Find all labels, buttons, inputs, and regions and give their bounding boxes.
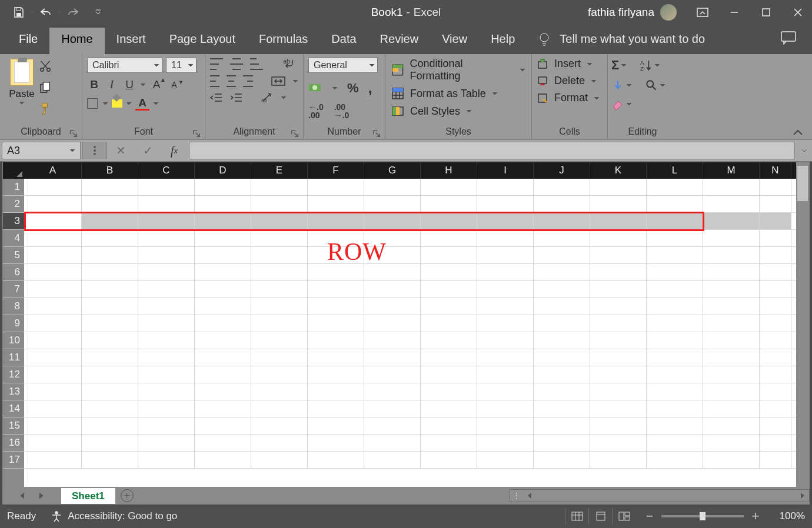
cell-J3[interactable]: [534, 213, 590, 229]
cell-L5[interactable]: [647, 247, 703, 263]
fill-color-dropdown[interactable]: [126, 101, 132, 106]
cell-A4[interactable]: [24, 230, 82, 246]
cell-J11[interactable]: [534, 349, 590, 366]
cell-B7[interactable]: [82, 281, 138, 298]
align-top-button[interactable]: [210, 58, 223, 70]
cell-B12[interactable]: [82, 366, 138, 383]
merge-center-button[interactable]: [271, 75, 285, 87]
cell-F3[interactable]: [308, 213, 364, 229]
cell-F6[interactable]: [308, 264, 364, 280]
cell-N17[interactable]: [760, 452, 791, 468]
tab-insert[interactable]: Insert: [105, 28, 158, 54]
cell-J12[interactable]: [534, 366, 590, 383]
user-avatar[interactable]: [660, 4, 677, 21]
cell-L7[interactable]: [647, 281, 703, 298]
cell-H6[interactable]: [421, 264, 477, 280]
cell-B13[interactable]: [82, 383, 138, 400]
cell-I6[interactable]: [477, 264, 534, 280]
accounting-format-button[interactable]: [308, 83, 322, 93]
column-header-C[interactable]: C: [138, 162, 195, 179]
row-header-16[interactable]: 16: [3, 435, 24, 452]
cell-N14[interactable]: [760, 400, 791, 417]
name-box-menu[interactable]: [82, 142, 107, 159]
qat-customize[interactable]: [95, 9, 101, 15]
cell-A11[interactable]: [24, 349, 82, 366]
orientation-button[interactable]: ab: [261, 92, 274, 103]
underline-button[interactable]: U: [122, 78, 137, 92]
cell-C17[interactable]: [138, 452, 195, 468]
cell-C4[interactable]: [138, 230, 195, 246]
font-size-combo[interactable]: 11: [166, 58, 197, 73]
cell-I16[interactable]: [477, 435, 534, 451]
cell-K15[interactable]: [590, 417, 647, 434]
normal-view-button[interactable]: [565, 508, 588, 524]
cell-K1[interactable]: [590, 179, 647, 195]
paste-dropdown[interactable]: [19, 100, 25, 106]
cell-D5[interactable]: [195, 247, 251, 263]
cell-F11[interactable]: [308, 349, 364, 366]
cell-G13[interactable]: [364, 383, 421, 400]
cell-B4[interactable]: [82, 230, 138, 246]
tab-help[interactable]: Help: [479, 28, 527, 54]
cell-G11[interactable]: [364, 349, 421, 366]
cell-J2[interactable]: [534, 196, 590, 212]
user-name[interactable]: fathia firlyana: [588, 6, 654, 19]
cell-K14[interactable]: [590, 400, 647, 417]
cell-A5[interactable]: [24, 247, 82, 263]
clipboard-launcher[interactable]: [69, 129, 78, 138]
cell-G14[interactable]: [364, 400, 421, 417]
cell-K16[interactable]: [590, 435, 647, 451]
cell-M5[interactable]: [703, 247, 760, 263]
cell-A14[interactable]: [24, 400, 82, 417]
cell-N13[interactable]: [760, 383, 791, 400]
minimize-button[interactable]: [720, 1, 748, 24]
cell-D9[interactable]: [195, 315, 251, 332]
cell-L3[interactable]: [647, 213, 703, 229]
cell-H16[interactable]: [421, 435, 477, 451]
cancel-formula-button[interactable]: ✕: [107, 140, 134, 161]
cell-E14[interactable]: [251, 400, 308, 417]
cell-F10[interactable]: [308, 332, 364, 349]
cell-M4[interactable]: [703, 230, 760, 246]
underline-dropdown[interactable]: [140, 82, 146, 88]
qat-dropdown[interactable]: [29, 9, 35, 15]
ribbon-display-options[interactable]: [688, 1, 717, 24]
cell-L2[interactable]: [647, 196, 703, 212]
vertical-scrollbar[interactable]: [796, 162, 809, 489]
format-cells-button[interactable]: Format: [537, 92, 603, 104]
cell-I9[interactable]: [477, 315, 534, 332]
merge-dropdown[interactable]: [292, 78, 298, 84]
cell-B6[interactable]: [82, 264, 138, 280]
font-color-dropdown[interactable]: [153, 101, 159, 106]
cell-J10[interactable]: [534, 332, 590, 349]
cell-B5[interactable]: [82, 247, 138, 263]
column-header-N[interactable]: N: [760, 162, 791, 179]
cell-D13[interactable]: [195, 383, 251, 400]
tell-me-search[interactable]: Tell me what you want to do: [527, 32, 711, 54]
cell-N5[interactable]: [760, 247, 791, 263]
cell-E10[interactable]: [251, 332, 308, 349]
cell-styles-button[interactable]: Cell Styles: [391, 105, 525, 118]
cell-A12[interactable]: [24, 366, 82, 383]
cell-M9[interactable]: [703, 315, 760, 332]
cell-L9[interactable]: [647, 315, 703, 332]
cell-G8[interactable]: [364, 298, 421, 315]
decrease-decimal-button[interactable]: .00→.0: [334, 103, 350, 119]
cell-H13[interactable]: [421, 383, 477, 400]
column-header-E[interactable]: E: [251, 162, 308, 179]
decrease-font-button[interactable]: A▼: [167, 78, 181, 92]
cell-N12[interactable]: [760, 366, 791, 383]
cell-D2[interactable]: [195, 196, 251, 212]
redo-button[interactable]: [65, 4, 81, 21]
cell-L8[interactable]: [647, 298, 703, 315]
cell-I8[interactable]: [477, 298, 534, 315]
row-header-6[interactable]: 6: [3, 264, 24, 281]
cell-C1[interactable]: [138, 179, 195, 195]
column-header-M[interactable]: M: [703, 162, 760, 179]
cell-L16[interactable]: [647, 435, 703, 451]
cell-A10[interactable]: [24, 332, 82, 349]
cell-I3[interactable]: [477, 213, 534, 229]
cell-L1[interactable]: [647, 179, 703, 195]
new-sheet-button[interactable]: +: [115, 489, 139, 502]
cell-H8[interactable]: [421, 298, 477, 315]
